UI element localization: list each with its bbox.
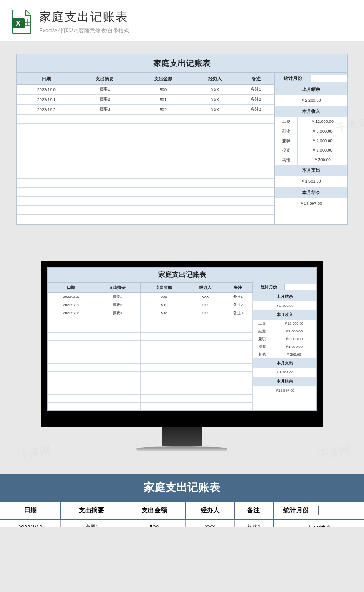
stat-month-value: [319, 506, 364, 515]
table-row-empty: [17, 142, 274, 151]
cell-summary: 摘要1: [76, 85, 134, 95]
cell-handler: XXX: [187, 309, 223, 317]
income-label: 投资: [253, 343, 271, 351]
column-header: 备注: [234, 502, 273, 520]
cell-amount: 502: [134, 105, 192, 115]
table-row-empty: [48, 325, 253, 333]
table-row-empty: [48, 364, 253, 372]
balance-header: 本月结余: [253, 377, 316, 386]
table-row-empty: [17, 115, 274, 124]
table-row-empty: [48, 333, 253, 341]
income-row: 副业￥3,000.00: [253, 327, 316, 335]
cell-summary: 摘要1: [61, 520, 123, 528]
cell-summary: 摘要1: [94, 293, 141, 301]
income-header: 本月收入: [253, 310, 316, 320]
table-row-empty: [17, 188, 274, 197]
table-row-empty: [48, 372, 253, 379]
table-row: 2022/1/10摘要1500XXX备注1: [48, 293, 253, 301]
column-header: 支出金额: [141, 283, 187, 293]
balance-value: ￥18,997.00: [275, 198, 347, 209]
expense-header: 本月支出: [253, 358, 316, 368]
table-row: 2022/1/11摘要2501XXX备注2: [17, 95, 274, 105]
ledger-table: 日期支出摘要支出金额经办人备注 2022/1/10摘要1500XXX备注1202…: [17, 73, 274, 224]
cell-handler: XXX: [186, 520, 235, 528]
table-row-empty: [48, 387, 253, 395]
column-header: 支出摘要: [94, 283, 141, 293]
income-label: 兼职: [275, 136, 298, 146]
template-preview-monitor: 家庭支出记账表 日期支出摘要支出金额经办人备注 2022/1/10摘要1500X…: [0, 243, 364, 474]
income-value: ￥3,000.00: [298, 127, 347, 136]
stat-month-label: 统计月份: [253, 284, 285, 290]
income-value: ￥300.00: [298, 155, 347, 165]
page-header: X 家庭支出记账表 Excel/A4打印/内容随意修改/自带格式: [0, 0, 364, 41]
cell-amount: 500: [141, 293, 187, 301]
column-header: 经办人: [192, 73, 238, 85]
expense-header: 本月支出: [275, 165, 347, 176]
template-preview-crop: 家庭支出记账表 日期支出摘要支出金额经办人备注 2022/1/10摘要1500X…: [0, 474, 364, 527]
income-row: 兼职￥2,000.00: [253, 335, 316, 343]
income-value: ￥300.00: [271, 351, 316, 358]
cell-date: 2022/1/12: [17, 105, 76, 115]
table-row-empty: [17, 133, 274, 142]
summary-sidebar: 统计月份 上月结余 ￥2,200.00 本月收入 工资￥12,000.00副业￥…: [274, 73, 347, 224]
income-row: 工资￥12,000.00: [253, 320, 316, 327]
cell-note: 备注1: [223, 293, 253, 301]
income-label: 其他: [253, 351, 271, 358]
column-header: 支出金额: [134, 73, 192, 85]
page-subtitle: Excel/A4打印/内容随意修改/自带格式: [39, 27, 129, 35]
cell-note: 备注2: [238, 95, 274, 105]
cell-note: 备注3: [238, 105, 274, 115]
income-row: 工资￥12,000.00: [275, 117, 347, 127]
cell-amount: 500: [123, 520, 186, 528]
income-value: ￥2,000.00: [271, 335, 316, 343]
sheet-title: 家庭支出记账表: [48, 268, 316, 282]
prev-balance-value: ￥2,200.00: [253, 301, 316, 310]
income-row: 其他￥300.00: [275, 155, 347, 165]
income-value: ￥2,000.00: [298, 136, 347, 146]
column-header: 日期: [0, 502, 61, 520]
cell-date: 2022/1/11: [48, 301, 94, 309]
income-value: ￥1,000.00: [298, 146, 347, 155]
column-header: 备注: [223, 283, 253, 293]
column-header: 日期: [17, 73, 76, 85]
column-header: 支出摘要: [61, 502, 123, 520]
column-header: 经办人: [187, 283, 223, 293]
table-row-empty: [17, 179, 274, 188]
expense-value: ￥1,503.00: [253, 368, 316, 377]
cell-date: 2022/1/10: [17, 85, 76, 95]
stat-month-label: 统计月份: [275, 75, 311, 82]
table-row-empty: [48, 348, 253, 356]
ledger-table: 日期支出摘要支出金额经办人备注 2022/1/10摘要1500XXX备注1202…: [0, 501, 273, 527]
table-row: 2022/1/11摘要2501XXX备注2: [48, 301, 253, 309]
table-row-empty: [17, 169, 274, 179]
table-row-empty: [48, 403, 253, 410]
table-row: 2022/1/10摘要1500XXX备注1: [17, 85, 274, 95]
income-row: 副业￥3,000.00: [275, 127, 347, 136]
cell-date: 2022/1/12: [48, 309, 94, 317]
table-row: 2022/1/12摘要3502XXX备注3: [48, 309, 253, 317]
page-title: 家庭支出记账表: [39, 9, 129, 25]
prev-balance-value: ￥2,200.00: [275, 95, 347, 106]
prev-balance-label: 上月结余: [253, 292, 316, 301]
income-label: 副业: [275, 127, 298, 136]
balance-header: 本月结余: [275, 187, 347, 198]
income-row: 投资￥1,000.00: [253, 343, 316, 351]
income-row: 兼职￥2,000.00: [275, 136, 347, 146]
table-row-empty: [48, 379, 253, 387]
income-row: 投资￥1,000.00: [275, 146, 347, 155]
income-label: 工资: [253, 320, 271, 327]
table-row: 2022/1/10摘要1500XXX备注1: [0, 520, 273, 528]
stat-month-value: [285, 284, 316, 290]
stat-month-row: 统计月份: [253, 282, 316, 292]
cell-amount: 502: [141, 309, 187, 317]
cell-note: 备注2: [223, 301, 253, 309]
stat-month-row: 统计月份: [273, 501, 364, 520]
cell-handler: XXX: [192, 105, 238, 115]
table-row-empty: [48, 317, 253, 325]
income-label: 投资: [275, 146, 298, 155]
income-value: ￥3,000.00: [271, 327, 316, 335]
column-header: 备注: [238, 73, 274, 85]
cell-note: 备注1: [234, 520, 273, 528]
income-value: ￥12,000.00: [298, 117, 347, 127]
table-row-empty: [17, 124, 274, 133]
